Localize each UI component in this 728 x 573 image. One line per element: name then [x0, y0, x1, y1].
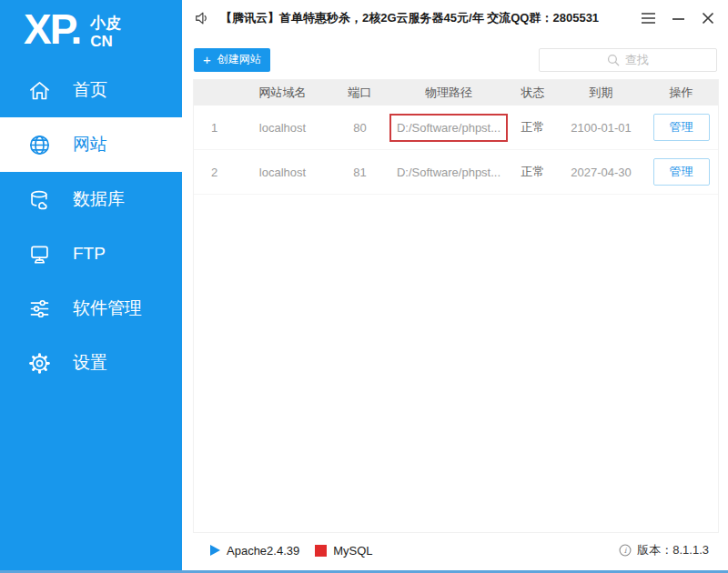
path-text: D:/Software/phpst...: [389, 166, 508, 179]
menu-icon[interactable]: [640, 10, 656, 26]
sidebar-item-label: 网站: [73, 133, 107, 156]
main-area: 【腾讯云】首单特惠秒杀，2核2G云服务器45元/年 交流QQ群：2805531 …: [182, 0, 728, 570]
cell-action: 管理: [644, 158, 718, 186]
window-controls: [640, 10, 728, 26]
create-website-label: 创建网站: [217, 52, 261, 67]
create-website-button[interactable]: + 创建网站: [194, 48, 270, 72]
sidebar-item-software[interactable]: 软件管理: [0, 281, 182, 336]
logo-sub-bottom: CN: [90, 33, 121, 51]
apache-running-icon: [210, 545, 220, 556]
sidebar-item-label: 软件管理: [73, 297, 142, 320]
sidebar-item-label: 首页: [73, 78, 107, 102]
cell-port: 80: [330, 121, 389, 135]
header-action: 操作: [644, 85, 718, 101]
svg-text:i: i: [624, 546, 628, 555]
sidebar: XP. 小皮 CN 首页: [0, 0, 182, 570]
close-icon[interactable]: [700, 10, 716, 26]
search-placeholder: 查找: [625, 52, 649, 68]
sidebar-item-home[interactable]: 首页: [0, 63, 182, 117]
globe-icon: [27, 133, 52, 157]
website-table: 网站域名 端口 物理路径 状态 到期 操作 1 localhost 80 D:/…: [193, 79, 719, 533]
services-status: Apache2.4.39 MySQL: [210, 544, 373, 558]
sidebar-item-label: FTP: [73, 244, 106, 264]
table-row: 1 localhost 80 D:/Software/phpst... 正常 2…: [194, 106, 718, 150]
info-icon: i: [619, 544, 632, 557]
header-expiry: 到期: [558, 85, 644, 101]
cell-port: 81: [330, 166, 389, 179]
header-domain: 网站域名: [235, 85, 330, 101]
cell-expiry: 2027-04-30: [558, 166, 644, 179]
version-text: 版本：8.1.1.3: [637, 542, 709, 558]
header-status: 状态: [508, 85, 558, 101]
cell-index: 1: [194, 121, 235, 135]
minimize-icon[interactable]: [670, 10, 686, 26]
cell-status: 正常: [508, 119, 558, 136]
app-window: XP. 小皮 CN 首页: [0, 0, 728, 573]
sidebar-item-website[interactable]: 网站: [0, 117, 182, 172]
logo-sub-top: 小皮: [90, 15, 121, 33]
cell-index: 2: [194, 166, 235, 179]
status-bar: Apache2.4.39 MySQL i 版本：8.1.1.3: [182, 533, 728, 568]
table-row: 2 localhost 81 D:/Software/phpst... 正常 2…: [194, 150, 718, 195]
search-input[interactable]: 查找: [539, 48, 717, 72]
cell-path-highlighted: D:/Software/phpst...: [389, 114, 508, 142]
brand-logo: XP. 小皮 CN: [0, 0, 182, 51]
sidebar-menu: 首页 网站: [0, 63, 182, 390]
logo-text-main: XP.: [24, 7, 80, 51]
manage-button[interactable]: 管理: [653, 158, 710, 186]
database-icon: [27, 187, 52, 212]
announcement-text: 【腾讯云】首单特惠秒杀，2核2G云服务器45元/年 交流QQ群：2805531: [220, 10, 599, 26]
table-header-row: 网站域名 端口 物理路径 状态 到期 操作: [194, 80, 718, 106]
cell-domain: localhost: [235, 166, 330, 179]
search-icon: [607, 54, 620, 66]
sidebar-item-label: 数据库: [73, 187, 125, 211]
manage-button[interactable]: 管理: [653, 114, 710, 141]
cell-expiry: 2100-01-01: [558, 121, 644, 135]
sidebar-item-database[interactable]: 数据库: [0, 172, 182, 226]
cell-status: 正常: [508, 164, 558, 180]
logo-text-sub: 小皮 CN: [90, 15, 121, 50]
toolbar: + 创建网站 查找: [194, 47, 717, 72]
path-red-highlight-box: D:/Software/phpst...: [389, 114, 508, 142]
header-path: 物理路径: [389, 85, 508, 101]
sidebar-item-ftp[interactable]: FTP: [0, 226, 182, 281]
sliders-icon: [27, 297, 52, 321]
mysql-label: MySQL: [333, 544, 372, 558]
cell-path: D:/Software/phpst...: [389, 166, 508, 179]
version-info: i 版本：8.1.1.3: [619, 542, 709, 558]
home-icon: [27, 78, 52, 103]
sidebar-item-settings[interactable]: 设置: [0, 336, 182, 390]
gear-icon: [27, 351, 52, 376]
plus-icon: +: [203, 53, 211, 66]
speaker-icon: [194, 10, 210, 26]
apache-version-label: Apache2.4.39: [227, 544, 299, 558]
ftp-icon: [27, 242, 52, 266]
cell-domain: localhost: [235, 121, 330, 135]
cell-action: 管理: [644, 114, 718, 141]
mysql-stopped-icon: [315, 545, 327, 557]
header-port: 端口: [330, 85, 389, 101]
titlebar: 【腾讯云】首单特惠秒杀，2核2G云服务器45元/年 交流QQ群：2805531: [182, 0, 728, 36]
sidebar-item-label: 设置: [73, 351, 107, 375]
